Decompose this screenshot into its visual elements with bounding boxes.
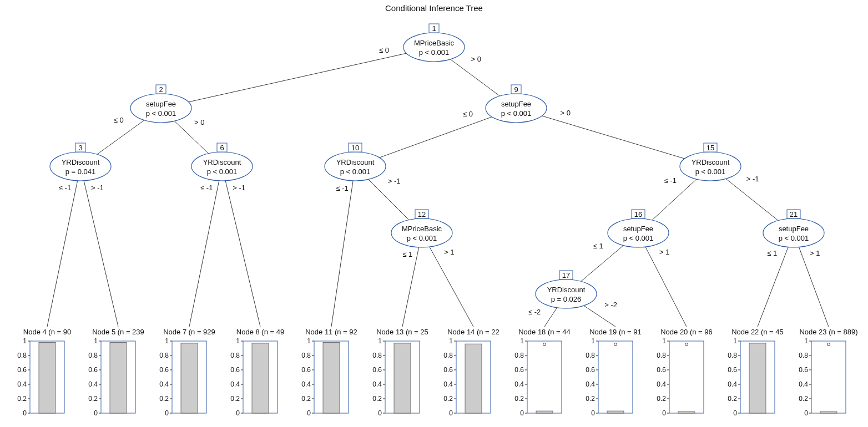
node-variable: setupFee xyxy=(623,225,653,233)
tick-label: 1 xyxy=(378,337,382,345)
node-pvalue: p < 0.001 xyxy=(407,234,437,242)
edge-label: > 1 xyxy=(659,248,669,256)
terminal-node: Node 5 (n = 23900.20.40.60.81 xyxy=(88,328,144,417)
leaf-title: Node 13 (n = 25 xyxy=(376,328,428,336)
edge-label: > 0 xyxy=(560,109,570,117)
tick-label: 0.6 xyxy=(17,366,27,374)
tick-label: 0 xyxy=(94,409,98,417)
terminal-node: Node 23 (n = 889)00.20.40.60.81 xyxy=(799,328,857,417)
leaf-bar xyxy=(39,343,55,413)
edge-label: ≤ 0 xyxy=(379,46,389,54)
tick-label: 0.2 xyxy=(372,395,382,403)
tick-label: 0 xyxy=(23,409,27,417)
node-id: 1 xyxy=(432,24,436,33)
chart-title: Conditional Inference Tree xyxy=(385,3,483,13)
tick-label: 0.6 xyxy=(728,366,737,374)
tick-label: 0.8 xyxy=(88,352,98,359)
leaf-title: Node 14 (n = 22 xyxy=(447,328,499,336)
leaf-bar xyxy=(820,411,837,413)
edge-label: > -1 xyxy=(91,184,104,192)
tick-label: 0.6 xyxy=(372,366,382,374)
inner-node: 12MPriceBasicp < 0.001 xyxy=(391,210,452,247)
node-variable: YRDiscount xyxy=(62,158,100,166)
tick-label: 0.4 xyxy=(301,380,311,388)
tick-label: 1 xyxy=(662,337,666,345)
node-pvalue: p < 0.001 xyxy=(340,167,371,176)
tick-label: 0.6 xyxy=(443,366,453,374)
svg-point-4 xyxy=(191,152,253,181)
tick-label: 0.4 xyxy=(443,380,453,388)
edge-label: > -2 xyxy=(604,301,617,309)
tick-label: 0.6 xyxy=(657,366,666,374)
tick-label: 0.2 xyxy=(301,395,311,403)
node-variable: setupFee xyxy=(146,100,176,108)
node-id: 2 xyxy=(159,85,163,94)
tick-label: 0.6 xyxy=(586,366,595,374)
tick-label: 0.4 xyxy=(799,380,808,388)
tick-label: 0.4 xyxy=(514,380,524,388)
tick-label: 0.2 xyxy=(514,395,524,403)
tick-label: 0.2 xyxy=(88,395,98,403)
tick-label: 0.4 xyxy=(159,380,169,388)
terminal-node: Node 7 (n = 92900.20.40.60.81 xyxy=(159,328,215,417)
tick-label: 0.4 xyxy=(372,380,382,388)
leaf-title: Node 7 (n = 929 xyxy=(163,328,215,336)
terminal-node: Node 8 (n = 4900.20.40.60.81 xyxy=(230,328,284,417)
svg-point-0 xyxy=(403,33,465,62)
node-id: 3 xyxy=(78,144,82,152)
tick-label: 0.6 xyxy=(514,366,524,374)
tick-label: 1 xyxy=(165,337,169,345)
tick-label: 0.4 xyxy=(88,380,98,388)
node-variable: YRDiscount xyxy=(336,158,375,166)
tick-label: 0.6 xyxy=(799,366,808,374)
edge-label: > 0 xyxy=(194,118,204,126)
leaf-bar xyxy=(252,343,269,413)
leaf-bar xyxy=(110,343,127,413)
leaf-title: Node 4 (n = 90 xyxy=(23,328,71,336)
leaf-bar xyxy=(749,343,766,413)
leaf-bar xyxy=(323,343,340,413)
node-pvalue: p < 0.001 xyxy=(146,109,176,118)
tick-label: 0.8 xyxy=(372,352,382,359)
node-id: 6 xyxy=(220,144,224,152)
tick-label: 0.2 xyxy=(586,395,595,403)
tick-label: 1 xyxy=(520,337,524,345)
terminal-node: Node 22 (n = 4500.20.40.60.81 xyxy=(728,328,783,417)
tick-label: 1 xyxy=(449,337,453,345)
tick-label: 0.6 xyxy=(230,366,240,374)
tick-label: 0.8 xyxy=(17,352,27,359)
terminal-node: Node 4 (n = 9000.20.40.60.81 xyxy=(17,328,71,417)
terminal-node: Node 20 (n = 9600.20.40.60.81 xyxy=(657,328,712,417)
tick-label: 0 xyxy=(733,409,737,417)
edge-label: ≤ -2 xyxy=(528,308,541,316)
svg-point-8 xyxy=(608,218,669,247)
tick-label: 0.2 xyxy=(799,395,808,403)
tick-label: 0.8 xyxy=(443,352,453,359)
leaf-bar xyxy=(465,344,482,413)
tick-label: 0 xyxy=(591,409,595,417)
tick-label: 0.8 xyxy=(799,352,808,359)
inference-tree: Conditional Inference Tree ≤ 0> 0≤ 0> 0≤… xyxy=(0,0,868,427)
tick-label: 0.4 xyxy=(17,380,27,388)
leaf-title: Node 20 (n = 96 xyxy=(660,328,713,336)
terminal-node: Node 13 (n = 2500.20.40.60.81 xyxy=(372,328,428,417)
edge-label: ≤ -1 xyxy=(59,184,71,192)
edge-label: ≤ 1 xyxy=(593,242,603,250)
tick-label: 0 xyxy=(307,409,311,417)
node-pvalue: p < 0.001 xyxy=(779,234,809,242)
tick-label: 0.6 xyxy=(159,366,169,374)
node-id: 21 xyxy=(790,210,798,218)
leaf-title: Node 23 (n = 889) xyxy=(799,328,857,336)
node-variable: setupFee xyxy=(779,225,809,233)
tick-label: 0.2 xyxy=(159,395,169,403)
inner-node: 16setupFeep < 0.001 xyxy=(608,210,669,247)
tree-edge xyxy=(161,47,434,108)
inner-node: 3YRDiscountp = 0.041 xyxy=(50,143,111,181)
tick-label: 1 xyxy=(236,337,240,345)
tick-label: 0 xyxy=(236,409,240,417)
tick-label: 1 xyxy=(94,337,98,345)
tick-label: 0.4 xyxy=(657,380,666,388)
node-variable: YRDiscount xyxy=(203,158,241,166)
leaf-bar xyxy=(394,343,411,413)
tick-label: 1 xyxy=(307,337,311,345)
